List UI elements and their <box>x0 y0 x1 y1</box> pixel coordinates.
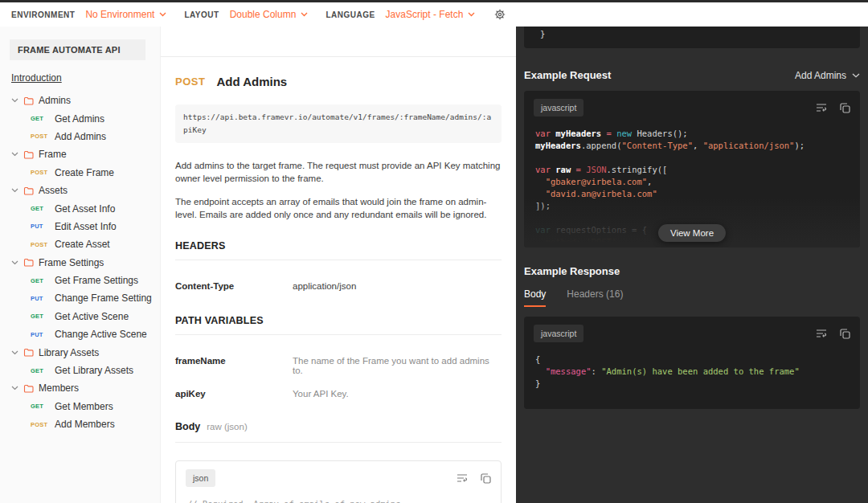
code-block-header: json <box>176 461 501 493</box>
gear-icon <box>494 9 506 20</box>
sidebar-item-get-admins[interactable]: GETGet Admins <box>0 109 160 127</box>
tab-body[interactable]: Body <box>524 288 546 307</box>
code-line: ]); <box>535 200 849 212</box>
chevron-down-icon <box>852 73 860 78</box>
code-line: myHeaders.append("Content-Type", "applic… <box>535 140 849 152</box>
chevron-down-icon <box>11 260 18 265</box>
example-response-code-block: javascript { "message": "Admin(s) have b… <box>524 317 860 409</box>
code-block-header: javascript <box>524 91 860 123</box>
scrolled-code-block-tail: } <box>524 27 860 48</box>
request-body-code-block: json // Required. Array of emails of new… <box>175 460 502 503</box>
folder-icon <box>23 258 34 267</box>
sidebar-item-add-admins[interactable]: POSTAdd Admins <box>0 128 160 145</box>
folder-icon <box>23 186 34 195</box>
path-variable-key: apiKey <box>175 389 293 399</box>
sidebar-item-create-asset[interactable]: POSTCreate Asset <box>0 235 160 253</box>
sidebar-item-frame[interactable]: Frame <box>0 145 160 163</box>
sidebar-item-label: Change Active Scene <box>55 329 147 340</box>
sidebar-item-label: Assets <box>39 185 68 196</box>
sidebar-item-admins[interactable]: Admins <box>0 92 160 109</box>
method-badge: POST <box>31 133 51 140</box>
wrap-text-icon[interactable] <box>816 103 827 112</box>
sidebar-item-edit-asset-info[interactable]: PUTEdit Asset Info <box>0 218 160 235</box>
sidebar-item-get-members[interactable]: GETGet Members <box>0 398 160 415</box>
folder-icon <box>23 384 34 393</box>
chevron-down-icon <box>11 350 18 355</box>
collection-title: FRAME AUTOMATE API <box>10 39 145 60</box>
folder-icons <box>11 186 34 195</box>
sidebar-item-label: Add Members <box>55 419 115 430</box>
chevron-down-icon <box>11 188 18 193</box>
header-value: application/json <box>293 281 356 291</box>
sidebar-item-label: Frame <box>39 149 67 160</box>
path-variable-desc: Your API Key. <box>293 389 349 399</box>
folder-icon <box>23 96 34 105</box>
method-badge: GET <box>31 115 51 122</box>
layout-select[interactable]: Double Column <box>230 9 309 20</box>
sidebar-item-get-library-assets[interactable]: GETGet Library Assets <box>0 362 160 379</box>
sidebar-item-create-frame[interactable]: POSTCreate Frame <box>0 164 160 182</box>
sidebar-item-change-frame-setting[interactable]: PUTChange Frame Setting <box>0 289 160 307</box>
copy-icon[interactable] <box>840 103 850 113</box>
sidebar-item-label: Add Admins <box>55 131 106 142</box>
main-area: FRAME AUTOMATE API Introduction AdminsGE… <box>0 27 868 503</box>
body-subtype-label: raw (json) <box>207 422 247 431</box>
copy-icon[interactable] <box>840 329 850 339</box>
path-variable-row: frameName The name of the Frame you want… <box>175 356 502 375</box>
sidebar-item-introduction[interactable]: Introduction <box>11 72 62 84</box>
page: ENVIRONMENT No Environment LAYOUT Double… <box>0 0 868 503</box>
method-badge: POST <box>31 241 51 248</box>
copy-icon[interactable] <box>481 473 491 484</box>
description-paragraph: The endpoint accepts an array of emails … <box>175 195 502 221</box>
code-content: { "message": "Admin(s) have been added t… <box>524 349 860 399</box>
code-line: } <box>535 378 849 390</box>
tab-headers-16[interactable]: Headers (16) <box>567 288 623 307</box>
sidebar: FRAME AUTOMATE API Introduction AdminsGE… <box>0 27 161 503</box>
sidebar-item-label: Edit Asset Info <box>55 221 117 232</box>
code-line: var myHeaders = new Headers(); <box>535 128 849 140</box>
settings-toolbar: ENVIRONMENT No Environment LAYOUT Double… <box>0 2 868 27</box>
code-line: "gbaker@virbela.com", <box>535 176 849 188</box>
sidebar-item-label: Change Frame Setting <box>55 292 152 304</box>
wrap-text-icon[interactable] <box>457 473 468 483</box>
code-block-header: javascript <box>524 317 860 349</box>
code-line <box>535 212 849 224</box>
examples-column: } Example Request Add Admins javascript <box>516 27 868 503</box>
example-response-title: Example Response <box>524 265 620 277</box>
sidebar-item-assets[interactable]: Assets <box>0 182 160 199</box>
sidebar-item-get-frame-settings[interactable]: GETGet Frame Settings <box>0 272 160 289</box>
folder-icons <box>11 384 34 393</box>
wrap-text-icon[interactable] <box>816 329 827 338</box>
folder-icons <box>11 258 34 267</box>
language-label: LANGUAGE <box>326 10 375 19</box>
code-line <box>535 152 849 164</box>
method-badge: PUT <box>31 331 51 338</box>
sidebar-item-change-active-scene[interactable]: PUTChange Active Scene <box>0 325 160 343</box>
language-select[interactable]: JavaScript - Fetch <box>386 9 476 20</box>
path-variable-desc: The name of the Frame you want to add ad… <box>293 356 502 375</box>
sidebar-item-library-assets[interactable]: Library Assets <box>0 343 160 361</box>
response-tabs: BodyHeaders (16) <box>524 288 860 307</box>
chevron-down-icon <box>159 12 166 17</box>
sidebar-item-label: Get Members <box>55 401 113 412</box>
chevron-down-icon <box>11 152 18 157</box>
settings-gear-button[interactable] <box>494 9 506 20</box>
sidebar-item-get-asset-info[interactable]: GETGet Asset Info <box>0 199 160 217</box>
sidebar-item-label: Create Frame <box>55 167 114 178</box>
sidebar-item-add-members[interactable]: POSTAdd Members <box>0 415 160 433</box>
view-more-button[interactable]: View More <box>658 224 726 242</box>
code-actions <box>816 329 850 339</box>
example-request-select[interactable]: Add Admins <box>795 70 860 81</box>
sidebar-item-frame-settings[interactable]: Frame Settings <box>0 254 160 272</box>
sidebar-item-label: Frame Settings <box>39 257 104 268</box>
endpoint-url: https://api.beta.framevr.io/automate/v1/… <box>175 104 502 143</box>
chevron-down-icon <box>11 98 18 103</box>
sidebar-item-label: Admins <box>39 95 71 106</box>
chevron-down-icon <box>468 12 475 17</box>
language-group: LANGUAGE JavaScript - Fetch <box>326 9 475 20</box>
environment-select[interactable]: No Environment <box>85 9 166 20</box>
sidebar-item-get-active-scene[interactable]: GETGet Active Scene <box>0 308 160 325</box>
sidebar-item-members[interactable]: Members <box>0 379 160 397</box>
chevron-down-icon <box>11 386 18 391</box>
example-request-code-block: javascript var myHeaders = new Headers()… <box>524 91 860 247</box>
